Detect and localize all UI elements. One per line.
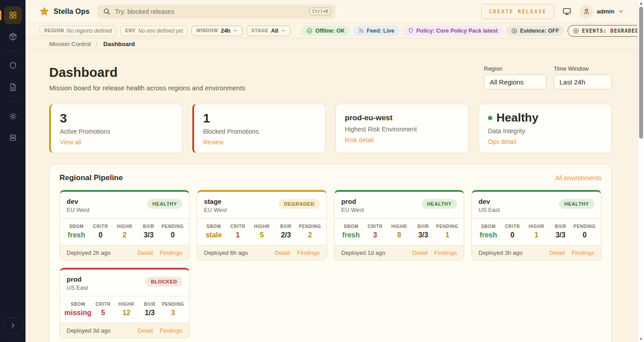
sidebar-item-settings[interactable] (4, 107, 22, 125)
region-select[interactable]: All Regions (484, 75, 547, 89)
scroll-down-icon[interactable]: ▼ (638, 337, 644, 341)
search-placeholder: Try: blocked releases (115, 8, 305, 15)
bir-label: B/I/R (274, 224, 298, 229)
search-input[interactable]: Try: blocked releases Ctrl+K (97, 4, 335, 19)
card-footer: Deployed 2h ago DetailFindings (60, 245, 189, 260)
pending-label: PENDING (298, 224, 322, 229)
vertical-scrollbar[interactable]: ▲ ▼ (637, 0, 644, 342)
bir-label: B/I/R (136, 224, 161, 229)
view-all-link[interactable]: View all (60, 139, 173, 146)
offline-status-badge[interactable]: Offline: OK (301, 25, 350, 36)
highest-risk-value: prod-eu-west (345, 112, 459, 122)
display-mode-button[interactable] (562, 7, 572, 16)
sbom-label: SBOM (202, 224, 226, 229)
deployed-time: Deployed 3d ago (67, 327, 110, 334)
deployed-time: Deployed 3h ago (479, 249, 522, 256)
policy-status-badge[interactable]: Policy: Core Policy Pack latest (403, 25, 503, 36)
sbom-value: stale (202, 231, 226, 239)
card-footer: Deployed 3h ago DetailFindings (472, 245, 601, 260)
detail-link[interactable]: Detail (137, 327, 153, 334)
active-indicator (0, 10, 1, 20)
time-window-select[interactable]: Last 24h (554, 75, 612, 89)
pending-value: 0 (161, 231, 185, 239)
all-environments-link[interactable]: All environments (555, 174, 602, 182)
blocked-promotions-card: 1 Blocked Promotions Review (192, 104, 326, 153)
sidebar-item-documents[interactable] (4, 78, 22, 96)
gear-icon (8, 112, 17, 121)
sidebar (0, 0, 25, 342)
window-filter[interactable]: WINDOW 24h (191, 25, 243, 36)
context-bar: REGION No regions defined ENV No env def… (25, 23, 637, 38)
evidence-status-badge[interactable]: Evidence: OFF (506, 25, 564, 36)
active-promotions-value: 3 (60, 112, 173, 125)
app-brand[interactable]: Stella Ops (39, 6, 89, 17)
env-region: US East (479, 207, 500, 213)
bir-value: 2/3 (274, 231, 298, 239)
stats-row: 3 Active Promotions View all 1 Blocked P… (49, 104, 612, 153)
pipeline-card-prod-us-east: prod US East BLOCKED SBOMmissing CRITR5 … (59, 268, 190, 338)
sidebar-item-dashboard[interactable] (4, 6, 22, 24)
pipeline-card-stage-eu-west: stage EU West DEGRADED SBOMstale CRITR1 … (197, 190, 327, 261)
findings-link[interactable]: Findings (297, 249, 320, 256)
user-menu[interactable]: admin (580, 5, 624, 18)
stage-filter-value: All (271, 28, 278, 34)
findings-link[interactable]: Findings (160, 249, 182, 256)
sbom-label: SBOM (339, 224, 363, 229)
critr-label: CRITR (500, 224, 525, 229)
create-release-button[interactable]: CREATE RELEASE (481, 4, 554, 19)
highr-value: 2 (113, 231, 137, 239)
x-circle-icon (511, 28, 517, 34)
findings-link[interactable]: Findings (572, 249, 594, 256)
sbom-label: SBOM (476, 224, 500, 229)
sidebar-item-security[interactable] (4, 57, 22, 75)
pending-label: PENDING (161, 224, 185, 229)
scrollbar-thumb[interactable] (639, 7, 643, 139)
data-integrity-label: Data Integrity (488, 127, 602, 135)
critr-label: CRITR (363, 224, 387, 229)
detail-link[interactable]: Detail (275, 249, 290, 256)
critr-label: CRITR (226, 224, 250, 229)
sidebar-expand-button[interactable] (3, 317, 23, 334)
detail-link[interactable]: Detail (549, 249, 565, 256)
env-name: prod (341, 198, 364, 205)
detail-link[interactable]: Detail (412, 249, 428, 256)
sbom-value: fresh (339, 231, 363, 239)
env-filter[interactable]: ENV No env defined yet (120, 25, 188, 36)
findings-link[interactable]: Findings (160, 327, 182, 334)
feed-status-label: Feed: Live (367, 28, 394, 34)
page-subtitle: Mission board for release health across … (49, 84, 246, 92)
env-name: prod (67, 275, 88, 283)
status-badge: HEALTHY (559, 199, 594, 209)
stage-filter[interactable]: STAGE All (246, 25, 291, 36)
page-header: Dashboard Mission board for release heal… (49, 65, 612, 92)
env-filter-label: ENV (125, 28, 136, 33)
risk-detail-link[interactable]: Risk detail (345, 136, 459, 144)
sidebar-item-infrastructure[interactable] (4, 129, 22, 147)
scroll-up-icon[interactable]: ▲ (638, 1, 644, 5)
region-filter[interactable]: REGION No regions defined (39, 25, 117, 36)
highr-value: 12 (115, 309, 138, 317)
detail-link[interactable]: Detail (137, 249, 153, 256)
findings-link[interactable]: Findings (434, 249, 457, 256)
page-content: Dashboard Mission board for release heal… (25, 50, 637, 342)
region-select-group: Region All Regions (484, 65, 547, 89)
critr-label: CRITR (89, 224, 113, 229)
active-promotions-card: 3 Active Promotions View all (49, 104, 182, 153)
review-link[interactable]: Review (203, 139, 316, 146)
breadcrumb-mission-control[interactable]: Mission Control (49, 41, 91, 47)
events-status-badge[interactable]: EVENTS: DEGRADED (568, 25, 644, 37)
highr-value: 1 (525, 231, 549, 239)
pending-label: PENDING (161, 302, 185, 307)
window-filter-value: 24h (221, 28, 231, 34)
time-window-select-label: Time Window (554, 65, 612, 72)
sidebar-item-releases[interactable] (4, 28, 22, 46)
breadcrumb-dashboard: Dashboard (103, 41, 135, 47)
topbar: Stella Ops Try: blocked releases Ctrl+K … (25, 0, 637, 23)
feed-status-badge[interactable]: Feed: Live (353, 25, 399, 36)
package-icon (8, 32, 17, 41)
page-title: Dashboard (49, 65, 246, 80)
ops-detail-link[interactable]: Ops detail (488, 138, 602, 145)
chevron-right-icon (9, 322, 17, 329)
critr-value: 1 (226, 231, 250, 239)
deployed-time: Deployed 6h ago (204, 249, 248, 256)
